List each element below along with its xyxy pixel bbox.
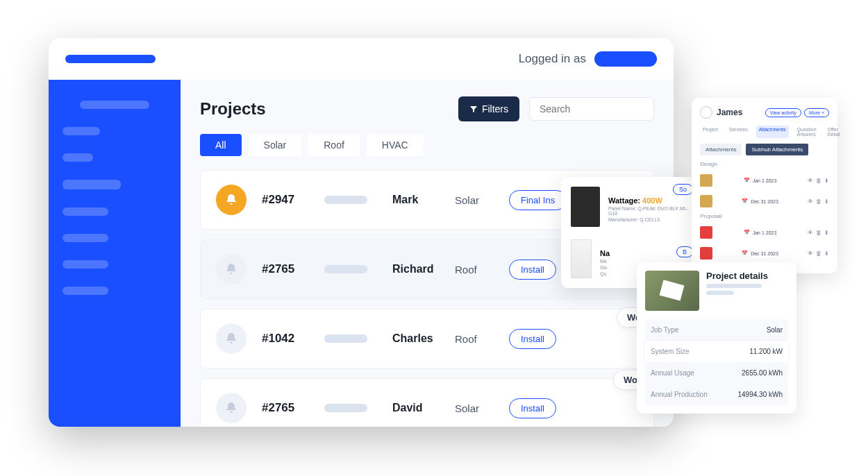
project-id: #2765 xyxy=(262,262,324,276)
file-row[interactable]: 📅Dec 31 2023 👁🗑⬇ xyxy=(700,244,829,262)
file-row[interactable]: 📅Jan 1 2023 👁🗑⬇ xyxy=(700,223,829,241)
sidebar-item[interactable] xyxy=(62,260,108,269)
sidebar-item[interactable] xyxy=(62,180,121,189)
section-design: Design xyxy=(700,161,829,167)
sidebar-item[interactable] xyxy=(62,207,108,216)
download-icon[interactable]: ⬇ xyxy=(824,178,829,184)
attachments-header: James View activity More + xyxy=(700,106,829,119)
action-button[interactable]: Install xyxy=(509,398,556,418)
project-type: Solar xyxy=(455,194,509,206)
file-actions: 👁🗑⬇ xyxy=(808,198,829,205)
project-row[interactable]: #2765 David Solar Install xyxy=(200,378,654,427)
details-header: Project details xyxy=(637,262,796,319)
search-input[interactable] xyxy=(540,103,661,114)
sidebar-item[interactable] xyxy=(62,153,93,162)
file-thumbnail xyxy=(700,174,712,187)
download-icon[interactable]: ⬇ xyxy=(824,230,829,236)
sidebar-item[interactable] xyxy=(62,234,108,242)
calendar-icon: 📅 xyxy=(744,230,750,235)
sidebar-item[interactable] xyxy=(80,101,149,109)
filters-label: Filters xyxy=(482,103,508,114)
user-info: James xyxy=(700,106,742,119)
details-title-wrap: Project details xyxy=(706,271,768,311)
panel-name-row: Panel Name: Q.PEAK DUO BLK ML-G10 xyxy=(608,206,690,216)
tab-offer[interactable]: Offer Detail xyxy=(825,126,843,138)
tab-all[interactable]: All xyxy=(200,134,242,156)
placeholder-bar xyxy=(324,265,367,273)
storage-image xyxy=(571,239,592,278)
pdf-icon xyxy=(700,247,712,260)
download-icon[interactable]: ⬇ xyxy=(824,250,829,257)
user-pill[interactable] xyxy=(594,51,657,67)
login-status: Logged in as xyxy=(519,51,657,67)
file-date: 📅Dec 31 2023 xyxy=(742,198,778,204)
file-thumbnail xyxy=(700,195,712,207)
subtab-subhub[interactable]: Subhub Attachments xyxy=(746,144,808,155)
tab-roof[interactable]: Roof xyxy=(308,134,360,156)
eye-icon[interactable]: 👁 xyxy=(808,198,813,205)
tab-attachments[interactable]: Attachments xyxy=(756,126,789,138)
file-row[interactable]: 📅Jan 1 2023 👁🗑⬇ xyxy=(700,171,829,189)
header-buttons: View activity More + xyxy=(765,108,829,117)
project-id: #2947 xyxy=(262,193,324,207)
project-id: #2765 xyxy=(262,401,324,415)
tabs: All Solar Roof HVAC xyxy=(200,134,654,156)
placeholder-bar xyxy=(324,196,367,204)
page-title: Projects xyxy=(200,99,266,119)
tab-qa[interactable]: Question Answers xyxy=(794,126,819,138)
subtab-attachments[interactable]: Attachments xyxy=(700,144,742,155)
panel-badge: So xyxy=(673,184,693,195)
tab-services[interactable]: Services xyxy=(726,126,751,138)
eye-icon[interactable]: 👁 xyxy=(808,250,813,257)
placeholder-bar xyxy=(706,284,762,288)
download-icon[interactable]: ⬇ xyxy=(824,198,829,205)
project-type: Roof xyxy=(455,333,509,345)
trash-icon[interactable]: 🗑 xyxy=(816,230,821,236)
sidebar xyxy=(49,80,181,427)
nav-tabs: Project Services Attachments Question An… xyxy=(700,126,829,138)
filters-button[interactable]: Filters xyxy=(458,96,519,121)
project-owner: Charles xyxy=(392,332,455,345)
trash-icon[interactable]: 🗑 xyxy=(816,178,821,184)
panel-image xyxy=(571,187,600,227)
eye-icon[interactable]: 👁 xyxy=(808,230,813,236)
details-table: Job TypeSolar System Size11.200 kW Annua… xyxy=(637,319,796,414)
action-button[interactable]: Install xyxy=(509,260,556,280)
bell-icon xyxy=(216,323,247,354)
project-owner: Richard xyxy=(392,263,455,275)
project-id: #1042 xyxy=(262,332,324,346)
trash-icon[interactable]: 🗑 xyxy=(816,250,821,257)
action-button[interactable]: Final Ins xyxy=(509,190,567,210)
more-button[interactable]: More + xyxy=(804,108,829,117)
search-box[interactable] xyxy=(529,97,654,121)
placeholder-bar xyxy=(324,404,367,412)
action-button[interactable]: Install xyxy=(509,329,556,349)
tab-hvac[interactable]: HVAC xyxy=(367,134,424,156)
file-date: 📅Jan 1 2023 xyxy=(744,178,777,183)
project-row[interactable]: #1042 Charles Roof Install xyxy=(200,309,654,368)
section-proposal: Proposal xyxy=(700,213,829,219)
detail-row: Job TypeSolar xyxy=(645,319,788,341)
sub-tabs: Attachments Subhub Attachments xyxy=(700,144,829,155)
view-activity-button[interactable]: View activity xyxy=(765,108,801,117)
project-type: Roof xyxy=(455,264,509,275)
sidebar-item[interactable] xyxy=(62,127,100,135)
trash-icon[interactable]: 🗑 xyxy=(816,198,821,205)
sidebar-item[interactable] xyxy=(62,287,108,295)
tab-solar[interactable]: Solar xyxy=(249,134,302,156)
detail-row: Annual Production14994.30 kWh xyxy=(645,384,788,405)
file-actions: 👁🗑⬇ xyxy=(808,178,829,184)
calendar-icon: 📅 xyxy=(742,250,748,256)
logo xyxy=(65,55,156,63)
avatar-icon xyxy=(700,106,712,119)
file-row[interactable]: 📅Dec 31 2023 👁🗑⬇ xyxy=(700,192,829,210)
placeholder-bar xyxy=(706,291,734,295)
eye-icon[interactable]: 👁 xyxy=(808,178,813,184)
detail-row: Annual Usage2655.00 kWh xyxy=(645,362,788,384)
panel-row: Wattage: 400W Panel Name: Q.PEAK DUO BLK… xyxy=(571,187,690,227)
project-type: Solar xyxy=(455,402,509,414)
wattage-row: Wattage: 400W xyxy=(608,196,690,205)
tab-project[interactable]: Project xyxy=(700,126,721,138)
details-card: Project details Job TypeSolar System Siz… xyxy=(637,262,796,414)
project-owner: Mark xyxy=(392,194,455,206)
